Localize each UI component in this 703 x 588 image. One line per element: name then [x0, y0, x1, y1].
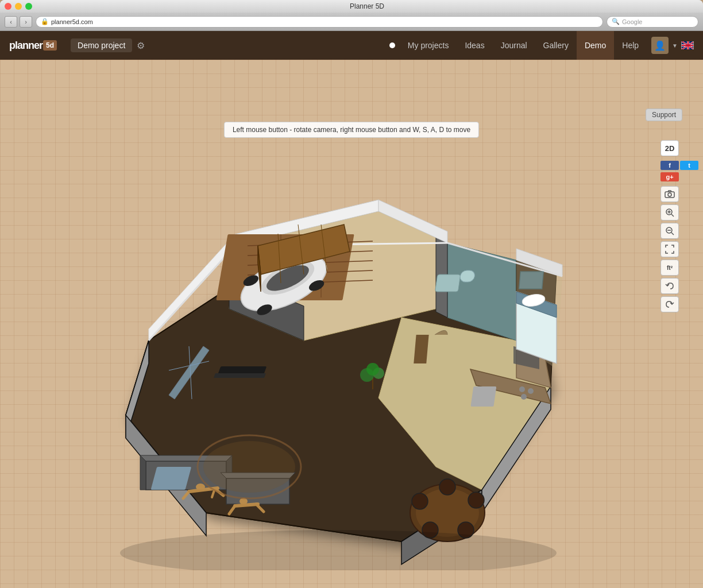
view-2d-button[interactable]: 2D: [660, 140, 679, 156]
units-button[interactable]: ft²: [660, 260, 679, 276]
twitter-icon[interactable]: t: [680, 161, 698, 170]
user-avatar[interactable]: 👤: [651, 37, 669, 54]
minimize-button[interactable]: [15, 3, 22, 10]
redo-icon: [665, 300, 674, 309]
nav-ideas[interactable]: Ideas: [457, 31, 492, 60]
back-button[interactable]: ‹: [5, 16, 17, 28]
support-button[interactable]: Support: [646, 109, 682, 121]
zoom-in-button[interactable]: [660, 204, 679, 220]
search-bar[interactable]: 🔍 Google: [607, 16, 698, 28]
address-bar[interactable]: 🔒 planner5d.com: [36, 16, 603, 28]
search-icon: 🔍: [612, 18, 620, 25]
close-button[interactable]: [5, 3, 11, 10]
camera-icon: [665, 190, 675, 198]
svg-point-77: [468, 492, 484, 508]
nav-demo[interactable]: Demo: [577, 31, 614, 60]
svg-line-67: [235, 504, 258, 506]
zoom-out-icon: [665, 226, 674, 235]
nav-my-projects[interactable]: My projects: [400, 31, 457, 60]
user-dropdown-arrow[interactable]: ▼: [672, 42, 678, 49]
undo-icon: [665, 281, 674, 291]
facebook-icon[interactable]: f: [660, 161, 679, 170]
nav-help[interactable]: Help: [614, 31, 647, 60]
forward-button[interactable]: ›: [20, 16, 32, 28]
maximize-button[interactable]: [25, 3, 32, 10]
browser-frame: Planner 5D ‹ › 🔒 planner5d.com 🔍 Google …: [0, 0, 703, 588]
floorplan-svg: [80, 122, 574, 570]
tooltip-bar: Left mouse button - rotate camera, right…: [224, 122, 479, 138]
nav-dot: [389, 42, 395, 48]
svg-marker-58: [140, 455, 146, 490]
lock-icon: 🔒: [41, 18, 49, 25]
app-navbar: planner 5d Demo project ⚙ My projects Id…: [0, 31, 703, 60]
svg-point-10: [668, 193, 671, 196]
app-content: planner 5d Demo project ⚙ My projects Id…: [0, 31, 703, 588]
svg-point-90: [366, 363, 379, 376]
svg-point-72: [203, 441, 295, 493]
gb-flag-svg: [682, 41, 693, 49]
nav-journal[interactable]: Journal: [493, 31, 535, 60]
svg-point-76: [439, 479, 455, 495]
logo-area: planner 5d: [9, 40, 57, 52]
browser-title: Planner 5D: [36, 2, 698, 10]
settings-icon[interactable]: ⚙: [137, 40, 145, 51]
svg-line-12: [671, 214, 674, 216]
undo-button[interactable]: [660, 278, 679, 294]
search-placeholder: Google: [622, 18, 642, 25]
logo-text: planner: [9, 40, 43, 52]
svg-rect-82: [470, 386, 496, 407]
language-flag[interactable]: [681, 41, 694, 49]
svg-point-83: [519, 386, 525, 392]
floorplan-container[interactable]: [80, 122, 574, 570]
svg-point-106: [120, 530, 557, 570]
nav-user: 👤 ▼: [651, 37, 694, 54]
camera-button[interactable]: [660, 186, 679, 202]
right-sidebar: 2D f t g+: [660, 140, 698, 312]
googleplus-icon[interactable]: g+: [660, 172, 679, 181]
social-row: f t: [660, 161, 698, 170]
social-row-2: g+: [660, 172, 698, 181]
nav-gallery[interactable]: Gallery: [535, 31, 577, 60]
fullscreen-button[interactable]: [660, 241, 679, 257]
zoom-out-button[interactable]: [660, 223, 679, 239]
svg-rect-95: [414, 335, 428, 363]
svg-rect-54: [214, 373, 266, 378]
browser-toolbar: ‹ › 🔒 planner5d.com 🔍 Google: [0, 13, 703, 31]
nav-links: My projects Ideas Journal Gallery Demo H…: [400, 31, 647, 60]
2d-label: 2D: [665, 144, 675, 153]
browser-titlebar: Planner 5D: [0, 0, 703, 13]
svg-point-84: [528, 388, 534, 394]
logo-suffix: 5d: [43, 40, 57, 51]
redo-button[interactable]: [660, 296, 679, 312]
nav-buttons: ‹ ›: [5, 16, 32, 28]
svg-rect-94: [519, 272, 544, 289]
fullscreen-icon: [665, 245, 674, 254]
svg-line-16: [671, 233, 674, 235]
svg-point-75: [412, 493, 428, 509]
svg-rect-70: [151, 467, 192, 490]
units-label: ft²: [667, 265, 673, 271]
zoom-in-icon: [665, 208, 674, 217]
url-text: planner5d.com: [51, 18, 93, 25]
svg-point-85: [521, 394, 527, 400]
main-view[interactable]: Support Left mouse button - rotate camer…: [0, 60, 703, 588]
project-name[interactable]: Demo project: [71, 38, 132, 52]
svg-rect-99: [435, 274, 461, 292]
